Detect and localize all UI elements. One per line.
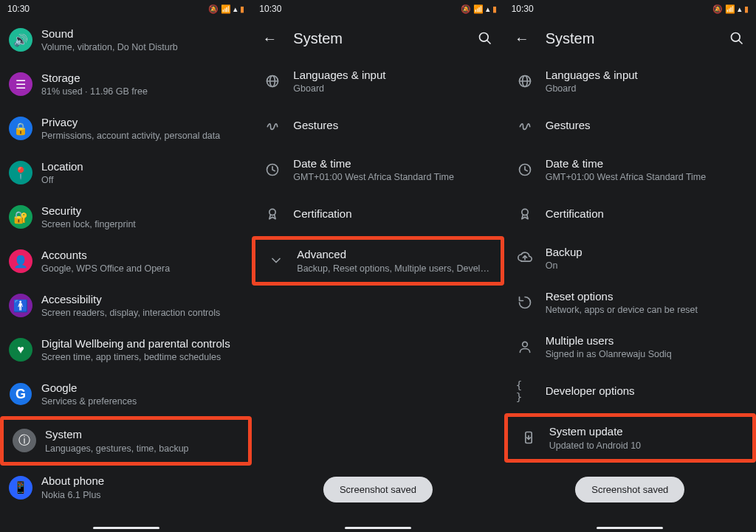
row-subtitle: Google, WPS Office and Opera: [41, 263, 243, 274]
settings-row-privacy[interactable]: 🔒 Privacy Permissions, account activity,…: [0, 106, 252, 151]
row-title: Gestures: [546, 118, 747, 133]
settings-row-accounts[interactable]: 👤 Accounts Google, WPS Office and Opera: [0, 239, 252, 283]
row-title: Digital Wellbeing and parental controls: [41, 336, 243, 351]
settings-row-accessibility[interactable]: 🚹 Accessibility Screen readers, display,…: [0, 283, 252, 328]
row-subtitle: Gboard: [293, 83, 495, 94]
wellbeing-icon: ♥: [9, 338, 32, 362]
page-header: ← System: [252, 18, 504, 59]
system-row-date-time[interactable]: Date & time GMT+01:00 West Africa Standa…: [504, 148, 756, 192]
search-button[interactable]: [478, 31, 495, 46]
row-title: System update: [549, 424, 743, 439]
settings-row-storage[interactable]: ☰ Storage 81% used · 11.96 GB free: [0, 62, 252, 106]
nav-pill[interactable]: [93, 527, 159, 529]
status-icons: 🔕 📶 ▴ ▮: [208, 4, 244, 14]
row-subtitle: Screen lock, fingerprint: [41, 218, 243, 230]
system-row-languages-input[interactable]: Languages & input Gboard: [504, 59, 756, 103]
back-button[interactable]: ←: [513, 30, 531, 47]
system-row-gestures[interactable]: Gestures: [504, 103, 756, 148]
phone-icon: 📱: [9, 476, 32, 500]
phone-system-expanded: 10:30 🔕 📶 ▴ ▮ ← System Languages & input…: [504, 0, 756, 532]
storage-icon: ☰: [9, 72, 32, 96]
nav-pill[interactable]: [345, 527, 411, 529]
battery-icon: ▮: [744, 4, 749, 14]
phone-settings-main: 10:30 🔕 📶 ▴ ▮ 🔊 Sound Volume, vibration,…: [0, 0, 252, 532]
row-title: Gestures: [293, 118, 495, 133]
settings-row-security[interactable]: 🔐 Security Screen lock, fingerprint: [0, 195, 252, 239]
settings-row-google[interactable]: G Google Services & preferences: [0, 372, 252, 416]
system-row-certification[interactable]: Certification: [252, 192, 504, 236]
settings-row-digital-wellbeing-and-parental-controls[interactable]: ♥ Digital Wellbeing and parental control…: [0, 328, 252, 372]
svg-point-0: [479, 33, 488, 42]
wifi-icon: 📶: [725, 4, 735, 14]
row-title: Advanced: [297, 247, 491, 262]
row-title: Location: [41, 159, 243, 174]
system-row-reset-options[interactable]: Reset options Network, apps or device ca…: [504, 280, 756, 325]
status-time: 10:30: [512, 4, 534, 14]
page-title: System: [293, 30, 477, 47]
row-title: Certification: [546, 207, 747, 221]
system-row-multiple-users[interactable]: Multiple users Signed in as Olanrewaju S…: [504, 325, 756, 369]
system-row-certification[interactable]: Certification: [504, 192, 756, 236]
row-subtitle: Volume, vibration, Do Not Disturb: [41, 41, 243, 53]
row-title: Backup: [546, 245, 747, 260]
status-icons: 🔕 📶 ▴ ▮: [712, 4, 749, 14]
system-row-system-update[interactable]: System update Updated to Android 10: [504, 413, 756, 463]
back-button[interactable]: ←: [261, 30, 278, 47]
row-subtitle: Services & preferences: [41, 395, 243, 407]
svg-line-8: [738, 41, 742, 44]
row-subtitle: Screen readers, display, interaction con…: [41, 307, 243, 319]
row-title: Sound: [41, 27, 243, 41]
update-icon: [520, 429, 537, 446]
row-title: Certification: [293, 207, 495, 221]
settings-row-about-phone[interactable]: 📱 About phone Nokia 6.1 Plus: [0, 466, 252, 510]
wifi-icon: 📶: [221, 4, 231, 14]
system-row-developer-options[interactable]: { } Developer options: [504, 369, 756, 413]
backup-icon: [516, 249, 534, 267]
svg-point-14: [522, 342, 527, 347]
system-row-advanced[interactable]: Advanced Backup, Reset options, Multiple…: [252, 236, 504, 286]
snackbar[interactable]: Screenshot saved: [575, 477, 684, 502]
row-title: Date & time: [546, 156, 747, 171]
row-subtitle: Signed in as Olanrewaju Sodiq: [546, 348, 747, 360]
phone-system: 10:30 🔕 📶 ▴ ▮ ← System Languages & input…: [252, 0, 504, 532]
nav-pill[interactable]: [597, 527, 663, 529]
system-row-date-time[interactable]: Date & time GMT+01:00 West Africa Standa…: [252, 148, 504, 192]
row-subtitle: GMT+01:00 West Africa Standard Time: [293, 171, 495, 183]
cert-icon: [516, 205, 534, 223]
row-title: Accessibility: [41, 292, 243, 307]
dev-icon: { }: [516, 382, 534, 400]
system-row-gestures[interactable]: Gestures: [252, 103, 504, 148]
row-subtitle: Off: [41, 174, 243, 186]
google-icon: G: [10, 383, 32, 405]
search-button[interactable]: [729, 31, 747, 46]
snackbar[interactable]: Screenshot saved: [323, 477, 433, 502]
row-title: Languages & input: [546, 68, 747, 83]
row-title: About phone: [41, 474, 243, 488]
signal-icon: ▴: [486, 4, 490, 14]
system-row-languages-input[interactable]: Languages & input Gboard: [252, 59, 504, 103]
svg-point-7: [731, 33, 740, 42]
status-time: 10:30: [7, 4, 30, 14]
globe-icon: [516, 72, 534, 90]
row-subtitle: GMT+01:00 West Africa Standard Time: [546, 171, 747, 183]
system-row-backup[interactable]: Backup On: [504, 236, 756, 280]
status-bar: 10:30 🔕 📶 ▴ ▮: [504, 0, 756, 18]
gesture-icon: [516, 117, 534, 134]
row-title: Reset options: [546, 289, 747, 304]
volume-icon: 🔊: [9, 28, 32, 52]
page-title: System: [546, 30, 729, 47]
settings-row-location[interactable]: 📍 Location Off: [0, 151, 252, 195]
location-icon: 📍: [9, 161, 32, 184]
users-icon: [516, 338, 534, 356]
info-icon: ⓘ: [13, 429, 36, 452]
row-subtitle: Network, apps or device can be reset: [546, 304, 747, 316]
settings-row-system[interactable]: ⓘ System Languages, gestures, time, back…: [0, 416, 252, 466]
settings-row-sound[interactable]: 🔊 Sound Volume, vibration, Do Not Distur…: [0, 18, 252, 62]
signal-icon: ▴: [738, 4, 742, 14]
row-title: System: [45, 427, 239, 442]
row-title: Date & time: [293, 156, 495, 171]
clock-icon: [516, 161, 534, 179]
wifi-icon: 📶: [473, 4, 484, 14]
dnd-icon: 🔕: [712, 4, 723, 14]
row-subtitle: Permissions, account activity, personal …: [41, 130, 243, 142]
